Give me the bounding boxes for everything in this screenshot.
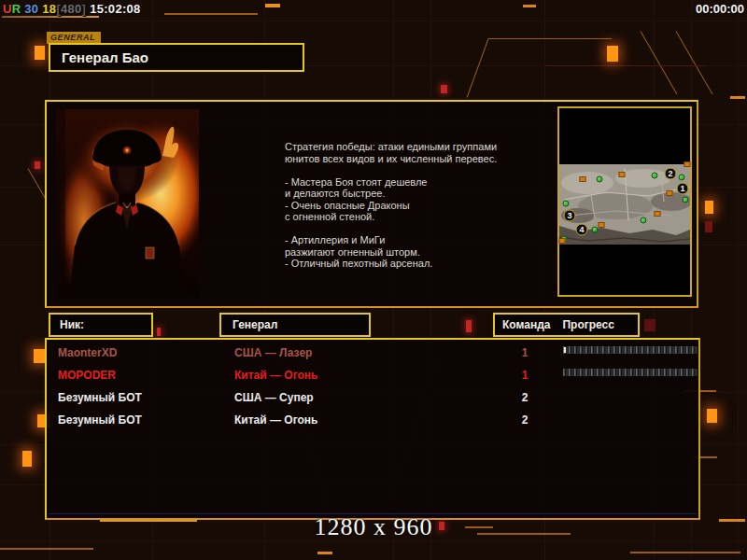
resolution-watermark: 1280 x 960: [0, 513, 747, 541]
player-nick: MaonterXD: [58, 342, 117, 364]
game-lobby-screen: UR 30 18[480] 15:02:08 00:00:00 GENERAL …: [0, 0, 747, 560]
column-header-nick: Ник:: [49, 313, 153, 337]
map-supply-icon: [592, 227, 599, 233]
fps-counter: UR 30 18[480] 15:02:08: [3, 2, 141, 16]
description-line: с огненной стеной.: [285, 211, 565, 223]
player-progress-bar: [562, 345, 698, 355]
map-preview[interactable]: 2134: [557, 106, 692, 297]
map-start-position-marker: 1: [677, 183, 689, 195]
map-supply-icon: [563, 201, 570, 207]
player-team: 1: [514, 364, 536, 386]
description-line: юнитов всех видов и их численный перевес…: [285, 153, 565, 165]
player-general: США — Лазер: [234, 342, 312, 364]
hud-segment: 18: [38, 2, 56, 16]
description-line: - Артиллерия и МиГи: [285, 234, 565, 246]
player-general: Китай — Огонь: [234, 409, 317, 431]
description-line: - Очень опасные Драконы: [285, 200, 565, 212]
hud-segment: 15:02:08: [86, 2, 140, 16]
player-general: США — Супер: [234, 386, 314, 409]
description-line: разжигают огненный шторм.: [285, 246, 565, 259]
map-supply-icon: [652, 173, 658, 179]
map-start-position-marker: 4: [576, 224, 588, 236]
player-team: 1: [514, 342, 536, 364]
column-header-general: Генерал: [219, 313, 371, 337]
description-line: - Мастера Боя стоят дешевле: [285, 176, 565, 189]
description-line: - Отличный пехотный арсенал.: [285, 258, 565, 270]
map-supply-icon: [597, 176, 603, 183]
map-structure-icon: [580, 176, 586, 182]
map-preview-overlay: 2134: [559, 108, 690, 295]
player-nick: Безумный БОТ: [58, 409, 142, 431]
player-row[interactable]: Безумный БОТКитай — Огонь2: [47, 409, 698, 431]
players-table: MaonterXDСША — Лазер1MOPODERКитай — Огон…: [45, 338, 700, 520]
description-line: [285, 223, 565, 235]
player-row[interactable]: MaonterXDСША — Лазер1: [47, 342, 698, 364]
player-team: 2: [514, 409, 536, 431]
general-strategy-description: Стратегия победы: атаки едиными группами…: [285, 141, 565, 270]
player-row[interactable]: MOPODERКитай — Огонь1: [47, 364, 698, 386]
map-structure-icon: [599, 222, 605, 228]
general-portrait-image: [56, 109, 199, 298]
progress-marker: [564, 347, 566, 353]
map-structure-icon: [559, 238, 566, 244]
player-row[interactable]: Безумный БОТСША — Супер2: [47, 386, 698, 409]
map-start-position-marker: 2: [665, 168, 677, 180]
map-supply-icon: [683, 197, 689, 203]
player-nick: Безумный БОТ: [58, 386, 142, 409]
player-team: 2: [514, 386, 536, 409]
description-line: [285, 164, 565, 176]
player-nick: MOPODER: [58, 364, 116, 386]
match-timer: 00:00:00: [696, 2, 744, 16]
column-header-team-progress: КомандаПрогресс: [493, 313, 640, 337]
hud-segment: U: [3, 2, 12, 16]
description-line: и делаются быстрее.: [285, 188, 565, 200]
player-progress-bar: [562, 368, 698, 377]
player-general: Китай — Огонь: [234, 364, 317, 386]
hud-segment: 30: [21, 2, 38, 16]
map-structure-icon: [655, 211, 661, 217]
map-start-position-marker: 3: [564, 210, 576, 222]
map-structure-icon: [667, 190, 673, 196]
map-supply-icon: [679, 175, 685, 181]
description-line: Стратегия победы: атаки едиными группами: [285, 141, 565, 153]
general-info-panel: Стратегия победы: атаки едиными группами…: [45, 100, 698, 308]
general-name-title: Генерал Бао: [49, 43, 304, 72]
hud-segment: R: [12, 2, 21, 16]
map-structure-icon: [684, 161, 691, 167]
hud-segment: 480: [61, 2, 82, 16]
map-supply-icon: [641, 217, 647, 224]
map-structure-icon: [619, 172, 626, 177]
